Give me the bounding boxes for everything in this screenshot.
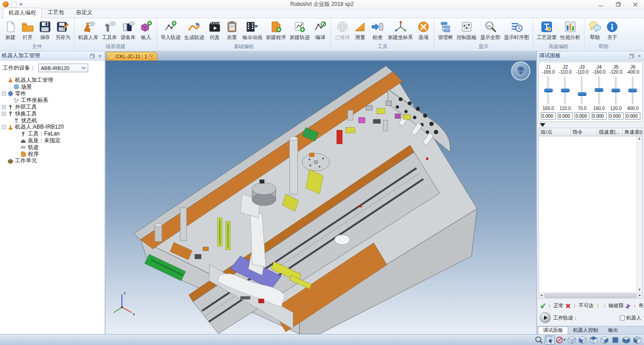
zoom-magnifier-icon[interactable] <box>534 335 544 345</box>
tree-item-tool-falan[interactable]: 工具：FaLan <box>2 130 105 137</box>
tree-item-external-tools[interactable]: +外部工具 <box>2 104 105 110</box>
tree-item-base[interactable]: 底座：未指定 <box>2 137 105 144</box>
simulate-button[interactable]: 仿真 <box>206 19 223 42</box>
close-button[interactable] <box>627 0 644 9</box>
j6-input[interactable] <box>625 112 640 120</box>
j3-input[interactable] <box>574 112 589 120</box>
compile-button[interactable]: 编译 <box>312 19 329 42</box>
tree-item-trajectory[interactable]: 轨迹 <box>2 144 105 151</box>
post-process-button[interactable]: 后置 <box>223 19 241 42</box>
process-settings-button[interactable]: 工艺设置 <box>535 19 558 42</box>
document-tab[interactable]: CKL-JC-11 : 1 × <box>106 52 157 60</box>
new-frame-button[interactable]: 新建坐标系 <box>386 19 415 42</box>
column-instruction[interactable]: 指令 <box>571 128 597 136</box>
tree-item-scene[interactable]: 场景 <box>2 84 105 90</box>
new-program-button[interactable]: 新建程序 <box>264 19 288 42</box>
manage-tree-button[interactable]: 管理树 <box>436 19 455 42</box>
float-panel-icon[interactable] <box>629 53 634 59</box>
select-box-icon[interactable] <box>545 335 555 345</box>
grid-body[interactable] <box>539 136 636 292</box>
column-linear-speed[interactable]: 线速度(... <box>597 128 623 136</box>
j4-input[interactable] <box>592 112 607 120</box>
tree-item-workcell[interactable]: 工作单元 <box>2 158 105 165</box>
j2-input[interactable] <box>558 112 573 120</box>
tab-output[interactable]: 输出 <box>603 326 623 334</box>
close-panel-icon[interactable]: × <box>97 53 103 59</box>
3d-scene[interactable]: z x <box>106 61 536 334</box>
scrollbar-thumb[interactable] <box>544 294 637 298</box>
save-as-button[interactable]: 另存为 <box>54 19 72 42</box>
navigation-ball[interactable] <box>512 62 530 80</box>
3d-ball-button[interactable]: 三维球 <box>333 19 352 42</box>
close-panel-icon[interactable]: × <box>636 53 642 59</box>
tree-item-parts[interactable]: +零件 <box>2 90 105 97</box>
tree-item-work-frame[interactable]: 工件坐标系 <box>2 97 105 104</box>
expand-groups-button[interactable] <box>540 122 547 127</box>
tree-item-program[interactable]: 程序 <box>2 151 105 158</box>
tab-debug-panel[interactable]: 调试面板 <box>538 326 568 334</box>
robot-checkbox[interactable]: 机器人 <box>620 315 641 321</box>
device-library-button[interactable]: 设备库 <box>119 19 137 42</box>
tab-process-package[interactable]: 工艺包 <box>42 7 70 18</box>
import-trajectory-button[interactable]: 导入轨迹 <box>159 19 182 42</box>
calibrate-button[interactable]: 校准 <box>369 19 386 42</box>
tab-robot-control[interactable]: 机器人控制 <box>568 326 603 334</box>
options-button[interactable]: 选项 <box>415 19 432 42</box>
view-cube-right-icon[interactable] <box>599 335 609 345</box>
tree-item-quick-change-tools[interactable]: +快换工具 <box>2 110 105 117</box>
help-button[interactable]: 帮助 <box>586 19 604 42</box>
measure-button[interactable]: 测量 <box>352 19 369 42</box>
no-drop-icon[interactable] <box>556 335 566 345</box>
tree-expander-icon[interactable]: + <box>2 105 6 109</box>
close-tab-icon[interactable]: × <box>149 54 154 59</box>
tab-robot-programming[interactable]: 机器人编程 <box>3 8 42 18</box>
checkbox-icon[interactable] <box>620 315 625 320</box>
tree-expander-icon[interactable]: + <box>2 112 6 116</box>
j5-slider[interactable] <box>615 76 617 105</box>
timing-diagram-button[interactable]: 显示时序图 <box>502 19 531 42</box>
view-cube-front-icon[interactable] <box>578 335 588 345</box>
input-button[interactable]: 输入 <box>137 19 155 42</box>
play-button[interactable] <box>540 312 551 323</box>
tree-item-root[interactable]: 机器人加工管理 <box>2 77 105 84</box>
vertical-scrollbar[interactable]: ▲ ▼ <box>636 136 642 292</box>
j1-slider[interactable] <box>547 76 549 105</box>
j3-slider[interactable] <box>581 76 583 105</box>
export-animation-button[interactable]: 输出动画 <box>241 19 264 42</box>
view-cube-back-icon[interactable] <box>621 335 631 345</box>
tree-expander-icon[interactable]: + <box>2 91 6 95</box>
tree-item-robot[interactable]: −机器人:ABB-IRB120 <box>2 124 105 131</box>
view-cube-top-icon[interactable] <box>589 335 599 345</box>
restore-button[interactable] <box>609 0 627 9</box>
tab-custom[interactable]: 自定义 <box>70 7 98 18</box>
tool-library-button[interactable]: 工具库 <box>100 19 119 42</box>
horizontal-scrollbar[interactable]: ◄ ► <box>539 292 642 298</box>
show-all-button[interactable]: ALL显示全部 <box>478 19 502 42</box>
view-cube-solid-icon[interactable] <box>610 335 620 345</box>
column-angular-speed[interactable]: 角速度(r... <box>623 128 642 136</box>
view-cube-iso-icon[interactable] <box>567 335 577 345</box>
new-button[interactable]: 新建 <box>2 19 19 42</box>
scroll-up-icon[interactable]: ▲ <box>638 137 641 140</box>
tree-item-state-machine[interactable]: 状态机 <box>2 117 105 124</box>
device-combobox[interactable]: ABB-IRB120 <box>38 64 88 72</box>
float-panel-icon[interactable] <box>89 53 95 59</box>
minimize-button[interactable] <box>592 0 609 9</box>
performance-analysis-button[interactable]: 性能分析 <box>558 19 582 42</box>
scroll-left-icon[interactable]: ◄ <box>539 294 543 297</box>
scroll-right-icon[interactable]: ► <box>638 294 642 297</box>
j6-slider[interactable] <box>632 76 634 105</box>
new-trajectory-button[interactable]: 新建轨迹 <box>288 19 312 42</box>
about-button[interactable]: 关于 <box>604 19 621 42</box>
view-cube-left-icon[interactable] <box>632 335 642 345</box>
save-button[interactable]: 保存 <box>36 19 54 42</box>
control-panel-button[interactable]: 控制面板 <box>455 19 478 42</box>
open-button[interactable]: 打开 <box>19 19 36 42</box>
scroll-down-icon[interactable]: ▼ <box>638 288 641 292</box>
j4-slider[interactable] <box>598 76 600 105</box>
generate-trajectory-button[interactable]: 生成轨迹 <box>182 19 206 42</box>
j2-slider[interactable] <box>564 76 566 105</box>
column-group-point[interactable]: 组/点 <box>539 128 571 136</box>
j1-input[interactable] <box>541 112 556 120</box>
tree-expander-icon[interactable]: − <box>2 125 6 129</box>
